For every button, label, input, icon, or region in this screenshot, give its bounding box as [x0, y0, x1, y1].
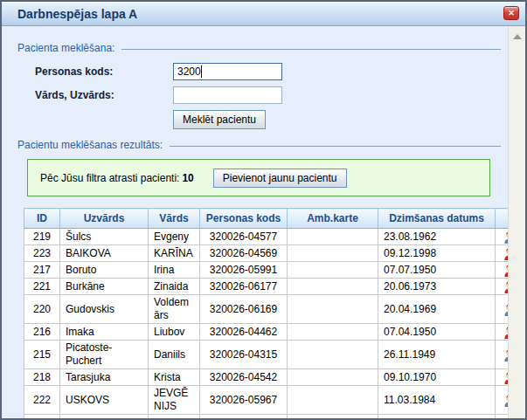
cell-dzimsanas-datums: 09.10.1970: [378, 369, 496, 386]
dialog-content: Pacienta meklēšana: Personas kods: Vārds…: [2, 26, 508, 418]
cell-amb-karte: [288, 369, 378, 386]
cell-dzimsanas-datums: 09.12.1998: [378, 245, 496, 262]
cell-uzvards: Burkāne: [60, 279, 149, 295]
personas-kods-label: Personas kods:: [35, 65, 173, 78]
cell-dzimsanas-datums: 07.07.1950: [378, 262, 496, 279]
cell-personas-kods: 320026-05991: [200, 262, 288, 279]
cell-amb-karte: [288, 245, 378, 262]
search-patient-button[interactable]: Meklēt pacientu: [173, 110, 266, 129]
column-header-id[interactable]: ID: [24, 209, 60, 229]
column-header-uzvards[interactable]: Uzvārds: [60, 209, 149, 229]
window-title: Darbnespējas lapa A: [17, 7, 137, 21]
results-count: 10: [182, 172, 193, 184]
vards-uzvards-label: Vārds, Uzvārds:: [35, 89, 173, 101]
cell-personas-kods: 320026-02571: [200, 415, 288, 419]
cell-uzvards: Imaka: [60, 324, 149, 341]
column-header-dzimsanas-datums[interactable]: Dzimšanas datums: [378, 209, 496, 229]
cell-vards: Evgeny: [149, 229, 200, 245]
cell-uzvards: Picatoste-Puchert: [60, 341, 149, 369]
cell-id: 214: [24, 415, 60, 419]
column-header-icon[interactable]: [496, 209, 509, 229]
patient-row[interactable]: 221BurkāneZinaida320026-0617720.06.1973: [24, 279, 509, 295]
cell-id: 223: [24, 245, 60, 262]
cell-vards: Voldemārs: [149, 295, 200, 324]
cell-personas-kods: 320026-06169: [200, 295, 288, 324]
text-caret: [201, 65, 202, 78]
female-patient-icon[interactable]: [496, 245, 509, 262]
titlebar[interactable]: Darbnespējas lapa A ✕: [2, 2, 525, 26]
results-count-text: Pēc Jūsu filtra atrasti pacienti:10: [40, 172, 194, 184]
patient-row[interactable]: 215Picatoste-PuchertDaniils320026-043152…: [24, 341, 509, 369]
patient-row[interactable]: 219ŠulcsEvgeny320026-0457723.08.1962: [24, 229, 509, 245]
cell-dzimsanas-datums: 20.06.1973: [378, 279, 496, 295]
patient-table: IDUzvārdsVārdsPersonas kodsAmb.karteDzim…: [24, 208, 508, 418]
cell-personas-kods: 320026-06177: [200, 279, 288, 295]
search-section-header: Pacienta meklēšana:: [17, 42, 501, 54]
patient-table-body: 219ŠulcsEvgeny320026-0457723.08.1962223B…: [24, 229, 509, 419]
cell-dzimsanas-datums: 23.08.1962: [378, 229, 496, 245]
cell-id: 218: [24, 369, 60, 386]
cell-id: 215: [24, 341, 60, 369]
results-summary-bar: Pēc Jūsu filtra atrasti pacienti:10 Piev…: [27, 159, 490, 196]
vertical-scrollbar[interactable]: [508, 26, 525, 418]
cell-id: 220: [24, 295, 60, 324]
female-patient-icon[interactable]: [496, 262, 509, 279]
female-patient-icon[interactable]: [496, 324, 509, 341]
patient-row[interactable]: 216ImakaLiubov320026-0446207.04.1950: [24, 324, 509, 341]
patient-row[interactable]: 220GudovskisVoldemārs320026-0616920.04.1…: [24, 295, 509, 324]
cell-id: 216: [24, 324, 60, 341]
scroll-up-icon[interactable]: [513, 34, 522, 39]
table-header-row: IDUzvārdsVārdsPersonas kodsAmb.karteDzim…: [24, 209, 509, 229]
cell-vards: Silvija: [149, 415, 200, 419]
column-header-personas-kods[interactable]: Personas kods: [200, 209, 288, 229]
close-button[interactable]: ✕: [503, 6, 519, 20]
female-patient-icon[interactable]: [496, 415, 509, 419]
cell-personas-kods: 320026-04542: [200, 369, 288, 386]
cell-uzvards: Tarasjuka: [60, 369, 149, 386]
male-patient-icon[interactable]: [496, 341, 509, 369]
patient-row[interactable]: 217BorutoIrina320026-0599107.07.1950: [24, 262, 509, 279]
cell-amb-karte: [288, 415, 378, 419]
cell-amb-karte: [288, 262, 378, 279]
cell-vards: Zinaida: [149, 279, 200, 295]
cell-dzimsanas-datums: 20.04.1969: [378, 295, 496, 324]
cell-dzimsanas-datums: 07.04.1950: [378, 324, 496, 341]
male-patient-icon[interactable]: [496, 295, 509, 324]
patient-row[interactable]: 222USKOVSJEVGĒNIJS320026-0596711.03.1984: [24, 386, 509, 415]
cell-uzvards: Boruto: [60, 262, 149, 279]
cell-amb-karte: [288, 341, 378, 369]
cell-vards: KARĪNA: [149, 245, 200, 262]
personas-kods-row: Personas kods:: [35, 63, 501, 80]
female-patient-icon[interactable]: [496, 369, 509, 386]
male-patient-icon[interactable]: [496, 229, 509, 245]
female-patient-icon[interactable]: [496, 279, 509, 295]
vards-uzvards-input[interactable]: [173, 86, 282, 104]
cell-vards: Irina: [149, 262, 200, 279]
cell-personas-kods: 320026-04569: [200, 245, 288, 262]
cell-vards: JEVGĒNIJS: [149, 386, 200, 415]
cell-uzvards: Gudovskis: [60, 295, 149, 324]
personas-kods-input[interactable]: [173, 63, 282, 80]
male-patient-icon[interactable]: [496, 386, 509, 415]
cell-dzimsanas-datums: 26.11.1949: [378, 341, 496, 369]
cell-amb-karte: [288, 279, 378, 295]
search-button-row: Meklēt pacientu: [173, 110, 501, 129]
cell-amb-karte: [288, 386, 378, 415]
cell-id: 221: [24, 279, 60, 295]
cell-uzvards: Vahmjaņina: [60, 415, 149, 419]
column-header-vards[interactable]: Vārds: [149, 209, 200, 229]
cell-uzvards: BAIKOVA: [60, 245, 149, 262]
cell-uzvards: USKOVS: [60, 386, 149, 415]
section-divider: [121, 49, 501, 50]
dialog-window: Darbnespējas lapa A ✕ Pacienta meklēšana…: [0, 0, 527, 420]
patient-row[interactable]: 218TarasjukaKrista320026-0454209.10.1970: [24, 369, 509, 386]
cell-dzimsanas-datums: 03.10.1949: [378, 415, 496, 419]
cell-personas-kods: 320026-04577: [200, 229, 288, 245]
column-header-amb-karte[interactable]: Amb.karte: [288, 209, 378, 229]
cell-id: 217: [24, 262, 60, 279]
cell-id: 219: [24, 229, 60, 245]
patient-row[interactable]: 214VahmjaņinaSilvija320026-0257103.10.19…: [24, 415, 509, 419]
add-patient-button[interactable]: Pievienot jaunu pacientu: [213, 169, 347, 188]
results-section-title: Pacientu meklēšanas rezultāts:: [17, 139, 163, 151]
patient-row[interactable]: 223BAIKOVAKARĪNA320026-0456909.12.1998: [24, 245, 509, 262]
